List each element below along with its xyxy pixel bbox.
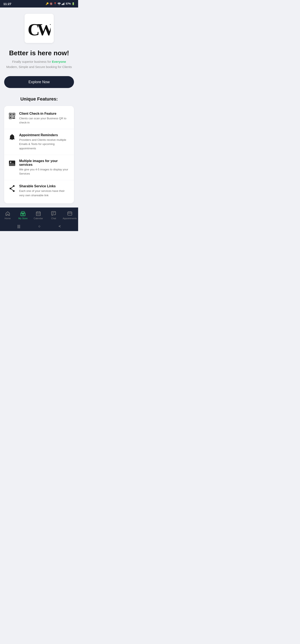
signal-icon bbox=[62, 2, 65, 5]
hero-highlight: Everyone bbox=[52, 60, 66, 64]
feature-share: Sharable Service Links Each one of your … bbox=[4, 180, 74, 202]
feature-images-title: Multiple images for your services bbox=[19, 159, 70, 167]
wifi-icon bbox=[57, 2, 61, 5]
nav-item-mystore[interactable]: My Store bbox=[17, 211, 29, 220]
key-icon: 🔑 bbox=[46, 2, 49, 5]
svg-rect-31 bbox=[38, 214, 39, 214]
svg-line-22 bbox=[11, 186, 13, 188]
share-icon bbox=[8, 185, 16, 192]
gesture-circle-icon: ○ bbox=[38, 224, 41, 228]
svg-text:W: W bbox=[37, 20, 51, 38]
features-heading: Unique Features: bbox=[20, 96, 58, 102]
svg-rect-25 bbox=[22, 214, 24, 216]
hero-subtext2: Modern, Simple and Secure booking for Cl… bbox=[6, 65, 72, 68]
nav-item-calendar[interactable]: Calendar bbox=[32, 211, 44, 220]
hero-heading: Better is here now! bbox=[9, 49, 69, 57]
gesture-bar: ||| ○ < bbox=[0, 222, 78, 231]
svg-rect-4 bbox=[64, 2, 65, 5]
hero-subtext1: Finally superior business for Everyone bbox=[12, 60, 66, 64]
svg-rect-16 bbox=[14, 118, 15, 119]
status-icons: 🔑 🔇 📍 57% 🔋 bbox=[46, 2, 75, 5]
svg-rect-1 bbox=[62, 4, 62, 5]
feature-share-desc: Each one of your services have their ver… bbox=[19, 189, 70, 198]
feature-reminders-desc: Providers and Clients receive multiple E… bbox=[19, 138, 70, 150]
calendar-icon bbox=[36, 211, 41, 216]
svg-rect-8 bbox=[10, 114, 11, 115]
feature-share-text: Sharable Service Links Each one of your … bbox=[19, 184, 70, 198]
feature-reminders-title: Appointment Reminders bbox=[19, 133, 70, 137]
svg-rect-14 bbox=[14, 116, 15, 117]
nav-label-calendar: Calendar bbox=[34, 217, 43, 220]
features-card: Client Check-in Feature Clients can scan… bbox=[4, 106, 74, 203]
battery-icon: 🔋 bbox=[72, 2, 75, 5]
store-icon bbox=[20, 211, 26, 216]
image-icon bbox=[8, 160, 16, 167]
chat-icon bbox=[51, 211, 56, 216]
feature-images: Multiple images for your services We giv… bbox=[4, 155, 74, 180]
home-icon bbox=[5, 211, 10, 216]
status-bar: 11:27 🔑 🔇 📍 57% 🔋 bbox=[0, 0, 78, 8]
nav-item-appointments[interactable]: Appointments bbox=[63, 211, 77, 220]
nav-label-mystore: My Store bbox=[18, 217, 27, 220]
gesture-back-icon: < bbox=[58, 224, 61, 228]
qr-code-icon bbox=[8, 112, 16, 120]
feature-reminders-text: Appointment Reminders Providers and Clie… bbox=[19, 133, 70, 150]
nav-item-home[interactable]: Home bbox=[1, 211, 14, 220]
bell-icon bbox=[8, 134, 16, 141]
svg-rect-30 bbox=[37, 214, 38, 214]
nav-item-chat[interactable]: Chat bbox=[47, 211, 60, 220]
svg-rect-13 bbox=[12, 116, 13, 117]
feature-checkin-text: Client Check-in Feature Clients can scan… bbox=[19, 112, 70, 125]
svg-rect-32 bbox=[39, 214, 40, 214]
gesture-lines-icon: ||| bbox=[17, 224, 20, 228]
feature-checkin: Client Check-in Feature Clients can scan… bbox=[4, 108, 74, 129]
mute-icon: 🔇 bbox=[49, 2, 53, 5]
nav-label-appointments: Appointments bbox=[63, 217, 77, 220]
svg-line-23 bbox=[11, 189, 13, 190]
svg-point-0 bbox=[59, 4, 59, 5]
feature-reminders: Appointment Reminders Providers and Clie… bbox=[4, 129, 74, 155]
feature-images-text: Multiple images for your services We giv… bbox=[19, 159, 70, 176]
bottom-navigation: Home My Store bbox=[0, 208, 78, 222]
feature-share-title: Sharable Service Links bbox=[19, 184, 70, 188]
svg-rect-15 bbox=[12, 118, 14, 119]
feature-images-desc: We give you 4-5 images to display your S… bbox=[19, 168, 70, 176]
battery-display: 57% bbox=[66, 2, 71, 5]
logo-text: C W bbox=[28, 19, 51, 38]
time-display: 11:27 bbox=[3, 2, 11, 6]
feature-checkin-title: Client Check-in Feature bbox=[19, 112, 70, 116]
svg-rect-2 bbox=[62, 4, 63, 5]
feature-checkin-desc: Clients can scan your Business QR to che… bbox=[19, 116, 70, 125]
svg-rect-12 bbox=[10, 117, 11, 118]
svg-rect-33 bbox=[51, 212, 56, 215]
appointments-icon bbox=[67, 211, 72, 216]
svg-rect-10 bbox=[13, 114, 14, 115]
nav-label-chat: Chat bbox=[51, 217, 56, 220]
main-content: C W Better is here now! Finally superior… bbox=[0, 8, 78, 208]
explore-now-button[interactable]: Explore Now bbox=[4, 76, 74, 88]
hero-subtext1-plain: Finally superior business for bbox=[12, 60, 52, 64]
location-icon: 📍 bbox=[53, 2, 57, 5]
app-logo: C W bbox=[24, 14, 54, 43]
nav-label-home: Home bbox=[4, 217, 11, 220]
svg-rect-3 bbox=[63, 3, 64, 5]
